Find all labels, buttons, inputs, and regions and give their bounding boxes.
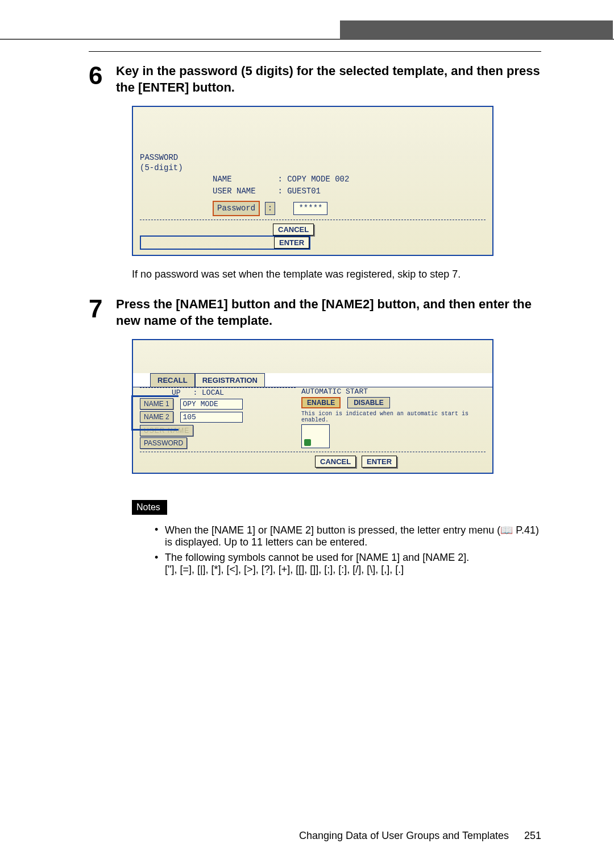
auto-start-buttons: ENABLE DISABLE [301, 397, 483, 408]
username-row: USER NAME : GUEST01 [140, 185, 486, 197]
step-7-title: Press the [NAME1] button and the [NAME2]… [116, 296, 541, 329]
username-value: : GUEST01 [277, 187, 321, 196]
password-sublabel: (5-digit) [140, 164, 486, 172]
note-item-1: When the [NAME 1] or [NAME 2] button is … [155, 524, 541, 548]
note-item-2: The following symbols cannot be used for… [155, 552, 541, 576]
figure-1: PASSWORD (5-digit) NAME : COPY MODE 002 … [132, 106, 541, 256]
step-6-note: If no password was set when the template… [132, 268, 541, 280]
step-6-title: Key in the password (5 digits) for the s… [116, 63, 541, 96]
figure-1-body: PASSWORD (5-digit) NAME : COPY MODE 002 … [133, 150, 492, 255]
figure-2-frame: RECALL REGISTRATION UP : LOCAL NAME 1 OP… [132, 339, 493, 474]
enable-button[interactable]: ENABLE [301, 397, 341, 408]
enter-button-2[interactable]: ENTER [362, 456, 397, 468]
figure-1-frame: PASSWORD (5-digit) NAME : COPY MODE 002 … [132, 106, 493, 256]
group-row: UP : LOCAL [172, 388, 296, 397]
book-icon: 📖 [500, 524, 513, 536]
auto-start-note: This icon is indicated when an automatic… [301, 411, 483, 423]
step-7-number: 7 [89, 296, 116, 329]
figure-1-buttons: CANCEL ENTER [140, 220, 486, 251]
group-value: : LOCAL [193, 388, 224, 397]
cancel-button-2[interactable]: CANCEL [315, 456, 356, 468]
name2-field[interactable]: 105 [180, 412, 243, 423]
tab-recall[interactable]: RECALL [150, 373, 195, 387]
footer: Changing Data of User Groups and Templat… [299, 830, 541, 842]
divider [89, 51, 541, 52]
password-heading: PASSWORD [140, 154, 486, 162]
auto-start-icon-box [301, 423, 483, 450]
figure-1-upper-blank [133, 107, 492, 150]
green-dot-icon [304, 439, 311, 446]
enter-button[interactable]: ENTER [274, 237, 309, 249]
name-row: NAME : COPY MODE 002 [140, 173, 486, 185]
password-button-2[interactable]: PASSWORD [140, 437, 187, 449]
note-2a: The following symbols cannot be used for… [165, 552, 469, 563]
figure-2-upper-blank [133, 340, 492, 373]
password-row-2: PASSWORD [140, 437, 296, 449]
password-button[interactable]: Password [213, 201, 260, 216]
content: 6 Key in the password (5 digits) for the… [0, 51, 614, 576]
tab-registration[interactable]: REGISTRATION [195, 373, 265, 387]
cancel-button[interactable]: CANCEL [273, 224, 314, 235]
auto-start-label: AUTOMATIC START [301, 387, 483, 396]
name-label: NAME [213, 173, 271, 185]
disable-button[interactable]: DISABLE [347, 397, 390, 408]
password-field[interactable]: ***** [293, 202, 327, 215]
footer-text: Changing Data of User Groups and Templat… [299, 830, 509, 841]
notes-list: When the [NAME 1] or [NAME 2] button is … [132, 524, 541, 576]
figure-2: RECALL REGISTRATION UP : LOCAL NAME 1 OP… [132, 339, 541, 474]
page-number: 251 [524, 830, 541, 841]
figure-2-tabs: RECALL REGISTRATION [150, 373, 492, 387]
top-dark-tab [340, 20, 613, 39]
enter-highlight: ENTER [140, 235, 310, 250]
note-1a: When the [NAME 1] or [NAME 2] button is … [165, 524, 500, 536]
figure-2-body: UP : LOCAL NAME 1 OPY MODE NAME 2 105 [133, 387, 492, 473]
note-2b: ["], [=], [|], [*], [<], [>], [?], [+], … [165, 564, 404, 575]
page: 6 Key in the password (5 digits) for the… [0, 0, 614, 868]
step-6-number: 6 [89, 63, 116, 96]
callout-highlight [131, 395, 179, 431]
top-tab-bar [0, 20, 614, 40]
step-6: 6 Key in the password (5 digits) for the… [89, 63, 541, 96]
figure-2-buttons: CANCEL ENTER [140, 452, 486, 469]
name-value: : COPY MODE 002 [277, 175, 349, 184]
figure-2-right-col: AUTOMATIC START ENABLE DISABLE This icon… [301, 387, 483, 450]
notes-badge: Notes [132, 500, 167, 515]
auto-start-icon [301, 424, 330, 448]
password-row: Password : ***** [140, 201, 486, 216]
step-7: 7 Press the [NAME1] button and the [NAME… [89, 296, 541, 329]
password-colon: : [265, 202, 275, 215]
username-label: USER NAME [213, 185, 271, 197]
name1-field[interactable]: OPY MODE [180, 399, 243, 410]
